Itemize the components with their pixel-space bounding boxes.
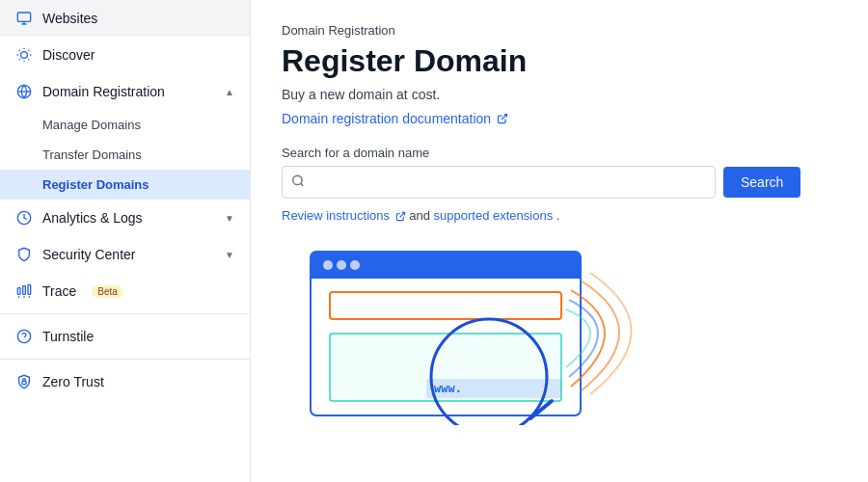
- svg-line-10: [19, 59, 20, 60]
- svg-point-31: [323, 260, 333, 270]
- sidebar-item-label: Analytics & Logs: [42, 210, 143, 226]
- clock-icon: [15, 209, 33, 227]
- doc-link-text: Domain registration documentation: [282, 111, 491, 126]
- sidebar-item-trace[interactable]: Trace Beta: [0, 273, 250, 309]
- svg-rect-30: [311, 267, 581, 279]
- svg-line-24: [502, 115, 507, 120]
- sidebar-item-turnstile[interactable]: Turnstile: [0, 318, 250, 355]
- domain-search-input[interactable]: [282, 166, 716, 199]
- svg-line-11: [28, 50, 29, 51]
- illustration: www.: [282, 232, 687, 425]
- sidebar-item-label: Websites: [42, 11, 97, 26]
- instructions-link-text: Review instructions: [282, 208, 390, 223]
- sidebar-sub-label: Manage Domains: [42, 118, 141, 132]
- sidebar-sub-label: Register Domains: [42, 177, 149, 192]
- search-section: Search for a domain name Search Review i…: [282, 146, 837, 223]
- svg-line-6: [19, 50, 20, 51]
- shield-icon: [15, 246, 33, 263]
- doc-link[interactable]: Domain registration documentation: [282, 111, 508, 126]
- sidebar-divider: [0, 313, 250, 314]
- sidebar-item-security-center[interactable]: Security Center ▼: [0, 236, 250, 273]
- sidebar-sub-label: Transfer Domains: [42, 147, 142, 162]
- main-content: Domain Registration Register Domain Buy …: [251, 0, 868, 482]
- chevron-down-icon: ▼: [225, 250, 234, 260]
- sidebar: Websites Discover Domain Registration ▲ …: [0, 0, 251, 482]
- page-title: Register Domain: [282, 43, 837, 79]
- svg-rect-23: [22, 381, 26, 384]
- svg-rect-15: [17, 288, 20, 295]
- shield-alt-icon: [15, 328, 33, 345]
- domain-illustration: www.: [282, 232, 687, 425]
- sidebar-item-analytics-logs[interactable]: Analytics & Logs ▼: [0, 200, 250, 236]
- shield-lock-icon: [15, 373, 33, 390]
- search-row: Search: [282, 166, 837, 199]
- svg-point-3: [21, 52, 28, 59]
- instructions-row: Review instructions and supported extens…: [282, 208, 837, 223]
- sidebar-item-domain-registration[interactable]: Domain Registration ▲: [0, 73, 250, 110]
- sidebar-divider-2: [0, 359, 250, 360]
- svg-line-7: [28, 59, 29, 60]
- svg-text:www.: www.: [434, 382, 462, 395]
- sidebar-sub-register-domains[interactable]: Register Domains: [0, 170, 250, 200]
- chevron-down-icon: ▼: [225, 213, 234, 224]
- monitor-icon: [15, 10, 33, 27]
- sidebar-item-label: Security Center: [42, 247, 135, 262]
- chevron-up-icon: ▲: [225, 87, 234, 97]
- review-instructions-link[interactable]: Review instructions: [282, 208, 409, 223]
- svg-point-32: [337, 260, 346, 270]
- search-button[interactable]: Search: [723, 167, 800, 198]
- search-input-wrapper: [282, 166, 716, 199]
- svg-rect-34: [330, 292, 561, 319]
- sidebar-item-label: Discover: [42, 47, 95, 63]
- trace-icon: [15, 282, 33, 300]
- sidebar-item-label: Trace: [42, 283, 76, 299]
- sidebar-item-websites[interactable]: Websites: [0, 0, 250, 37]
- search-icon: [291, 174, 305, 191]
- supported-extensions-link[interactable]: supported extensions: [434, 208, 556, 223]
- globe-icon: [15, 83, 33, 100]
- sidebar-item-label: Zero Trust: [42, 374, 104, 389]
- svg-rect-16: [23, 286, 26, 295]
- svg-rect-0: [17, 13, 30, 21]
- breadcrumb: Domain Registration: [282, 23, 837, 38]
- instructions-and-text: and: [409, 208, 433, 223]
- svg-line-26: [301, 183, 304, 186]
- search-label: Search for a domain name: [282, 146, 837, 160]
- external-link-icon: [497, 113, 508, 124]
- sidebar-item-label: Domain Registration: [42, 84, 165, 99]
- ext-icon-instructions: [395, 211, 406, 222]
- sidebar-item-zero-trust[interactable]: Zero Trust: [0, 363, 250, 400]
- supported-link-text: supported extensions: [434, 208, 554, 223]
- sidebar-sub-transfer-domains[interactable]: Transfer Domains: [0, 140, 250, 170]
- sidebar-item-discover[interactable]: Discover: [0, 37, 250, 73]
- sidebar-item-label: Turnstile: [42, 329, 94, 344]
- svg-point-25: [293, 175, 302, 184]
- beta-badge: Beta: [92, 285, 123, 298]
- page-subtitle: Buy a new domain at cost.: [282, 87, 837, 102]
- svg-rect-17: [28, 284, 31, 294]
- svg-line-27: [399, 212, 404, 217]
- lightbulb-icon: [15, 46, 33, 64]
- svg-point-33: [350, 260, 360, 270]
- sidebar-sub-manage-domains[interactable]: Manage Domains: [0, 110, 250, 140]
